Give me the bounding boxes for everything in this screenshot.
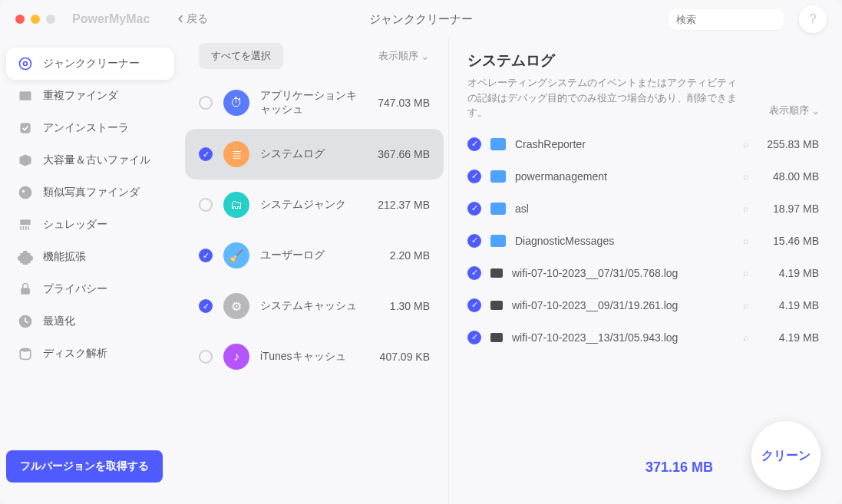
category-item[interactable]: ⏱アプリケーションキャッシュ747.03 MB <box>185 77 444 129</box>
category-item[interactable]: ≣システムログ367.66 MB <box>185 129 444 180</box>
sidebar-item-photo[interactable]: 類似写真ファインダ <box>6 176 174 209</box>
category-size: 212.37 MB <box>368 199 430 211</box>
select-all-button[interactable]: すべてを選択 <box>199 43 283 69</box>
chevron-left-icon <box>177 13 183 26</box>
help-button[interactable]: ? <box>799 5 827 33</box>
category-size: 1.30 MB <box>368 300 430 312</box>
file-size: 15.46 MB <box>758 235 819 247</box>
svg-point-5 <box>22 190 25 193</box>
sidebar-item-label: ディスク解析 <box>43 347 107 361</box>
file-size: 255.83 MB <box>758 138 819 150</box>
sidebar-item-dup[interactable]: 重複ファインダ <box>6 80 174 112</box>
category-checkbox[interactable] <box>199 249 213 262</box>
reveal-icon[interactable]: ⌕ <box>743 300 748 311</box>
back-button[interactable]: 戻る <box>177 12 207 26</box>
reveal-icon[interactable]: ⌕ <box>743 332 748 343</box>
svg-rect-6 <box>20 219 30 225</box>
category-panel: すべてを選択 表示順序 ⏱アプリケーションキャッシュ747.03 MB≣システム… <box>180 38 449 504</box>
file-checkbox[interactable] <box>467 234 481 248</box>
reveal-icon[interactable]: ⌕ <box>743 268 748 278</box>
category-label: iTunesキャッシュ <box>260 350 358 364</box>
reveal-icon[interactable]: ⌕ <box>743 139 748 150</box>
file-sort[interactable]: 表示順序 <box>769 104 842 120</box>
search-box[interactable]: ⌕ <box>669 9 784 30</box>
category-icon: ⏱ <box>223 90 249 116</box>
sidebar-item-priv[interactable]: プライバシー <box>6 273 174 305</box>
category-size: 747.03 MB <box>368 97 430 109</box>
category-checkbox[interactable] <box>199 350 213 364</box>
sidebar-item-disk[interactable]: ディスク解析 <box>6 338 174 370</box>
file-checkbox[interactable] <box>467 137 481 151</box>
page-title: ジャンククリーナー <box>369 12 473 27</box>
svg-rect-3 <box>20 123 30 133</box>
file-name: wifi-07-10-2023__13/31/05.943.log <box>512 331 734 344</box>
category-item[interactable]: 🧹ユーザーログ2.20 MB <box>185 230 444 281</box>
file-item[interactable]: powermanagement⌕48.00 MB <box>467 160 819 193</box>
chevron-down-icon <box>421 50 430 62</box>
file-item[interactable]: asl⌕18.97 MB <box>467 193 819 225</box>
file-checkbox[interactable] <box>467 170 481 183</box>
reveal-icon[interactable]: ⌕ <box>743 203 748 214</box>
file-size: 48.00 MB <box>758 170 819 183</box>
log-file-icon <box>490 333 503 342</box>
category-checkbox[interactable] <box>199 147 213 161</box>
sidebar-item-label: 大容量＆古いファイル <box>43 153 150 167</box>
photo-icon <box>17 184 34 201</box>
svg-rect-7 <box>21 288 30 294</box>
file-size: 18.97 MB <box>758 203 819 215</box>
get-full-version-button[interactable]: フルバージョンを取得する <box>6 450 163 483</box>
category-checkbox[interactable] <box>199 96 213 110</box>
disk-icon <box>17 345 34 362</box>
chevron-down-icon <box>811 104 821 117</box>
file-name: powermanagement <box>515 170 734 183</box>
file-checkbox[interactable] <box>467 202 481 216</box>
file-item[interactable]: wifi-07-10-2023__09/31/19.261.log⌕4.19 M… <box>467 289 819 321</box>
category-label: システムログ <box>260 147 358 161</box>
category-item[interactable]: 🗂システムジャンク212.37 MB <box>185 180 444 230</box>
search-input[interactable] <box>676 14 805 25</box>
sidebar-item-ext[interactable]: 機能拡張 <box>6 241 174 273</box>
sidebar-item-junk[interactable]: ジャンククリーナー <box>6 48 174 80</box>
file-checkbox[interactable] <box>467 298 481 312</box>
folder-icon <box>490 170 506 183</box>
category-icon: 🧹 <box>223 242 249 268</box>
log-file-icon <box>490 268 503 278</box>
file-item[interactable]: CrashReporter⌕255.83 MB <box>467 128 819 160</box>
log-file-icon <box>490 301 503 310</box>
ext-icon <box>17 249 34 265</box>
reveal-icon[interactable]: ⌕ <box>743 236 748 246</box>
sidebar-item-uninst[interactable]: アンインストーラ <box>6 112 174 144</box>
uninst-icon <box>17 120 34 137</box>
back-label: 戻る <box>187 12 208 26</box>
file-item[interactable]: DiagnosticMessages⌕15.46 MB <box>467 225 819 257</box>
category-sort[interactable]: 表示順序 <box>378 49 430 63</box>
category-item[interactable]: ♪iTunesキャッシュ407.09 KB <box>185 331 444 382</box>
file-checkbox[interactable] <box>467 266 481 280</box>
sidebar-item-shred[interactable]: シュレッダー <box>6 209 174 241</box>
sidebar-item-label: ジャンククリーナー <box>43 57 140 71</box>
sidebar-item-opt[interactable]: 最適化 <box>6 305 174 338</box>
opt-icon <box>17 313 34 330</box>
sidebar-item-label: アンインストーラ <box>43 121 129 135</box>
category-item[interactable]: ⚙システムキャッシュ1.30 MB <box>185 281 444 331</box>
category-checkbox[interactable] <box>199 299 213 313</box>
file-item[interactable]: wifi-07-10-2023__07/31/05.768.log⌕4.19 M… <box>467 257 819 289</box>
zoom-window[interactable] <box>46 15 55 24</box>
file-item[interactable]: wifi-07-10-2023__13/31/05.943.log⌕4.19 M… <box>467 321 819 354</box>
category-size: 407.09 KB <box>368 351 430 363</box>
category-checkbox[interactable] <box>199 198 213 212</box>
clean-button[interactable]: クリーン <box>751 421 821 490</box>
sort-label: 表示順序 <box>378 49 418 63</box>
close-window[interactable] <box>15 15 25 24</box>
reveal-icon[interactable]: ⌕ <box>743 171 748 182</box>
category-label: システムジャンク <box>260 198 358 212</box>
svg-point-9 <box>20 348 30 352</box>
sidebar-item-large[interactable]: 大容量＆古いファイル <box>6 144 174 176</box>
junk-icon <box>17 55 34 72</box>
file-name: CrashReporter <box>515 138 734 150</box>
sidebar-item-label: 類似写真ファインダ <box>43 186 140 199</box>
category-icon: 🗂 <box>223 192 249 218</box>
minimize-window[interactable] <box>31 15 40 24</box>
file-checkbox[interactable] <box>467 331 481 344</box>
sidebar: ジャンククリーナー重複ファインダアンインストーラ大容量＆古いファイル類似写真ファ… <box>0 38 180 504</box>
